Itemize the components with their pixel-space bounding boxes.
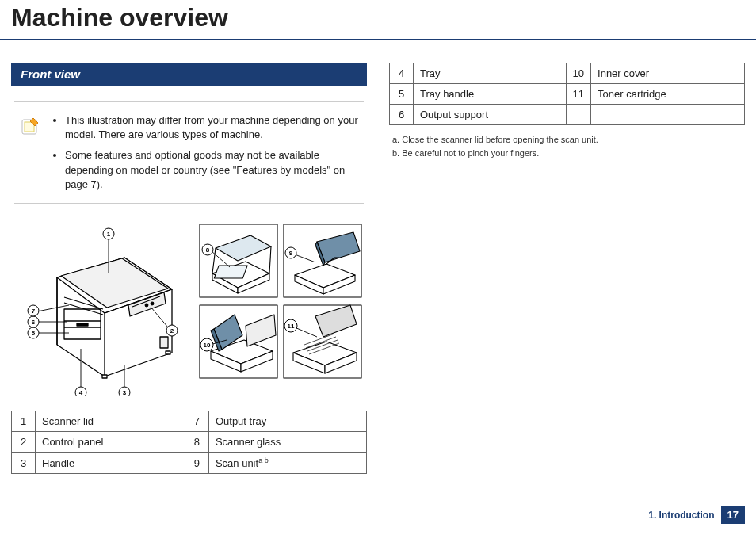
svg-text:8: 8	[206, 246, 210, 253]
footnote-b: b. Be careful not to pinch your fingers.	[392, 147, 745, 160]
svg-rect-20	[166, 351, 170, 354]
svg-text:5: 5	[32, 329, 36, 336]
svg-text:11: 11	[288, 322, 295, 329]
note-box: This illustration may differ from your m…	[14, 101, 364, 204]
svg-text:1: 1	[107, 230, 111, 237]
table-row: 3Handle 9 Scan unita b	[12, 452, 367, 473]
table-row: 2Control panel 8Scanner glass	[12, 431, 367, 452]
section-heading-front-view: Front view	[11, 63, 367, 86]
page-number: 17	[721, 506, 745, 524]
svg-rect-19	[102, 375, 107, 378]
svg-text:9: 9	[289, 249, 293, 256]
svg-point-10	[151, 302, 154, 305]
svg-text:2: 2	[170, 327, 174, 334]
footnote-a: a. Close the scanner lid before opening …	[392, 133, 745, 147]
illustration-printer-main: 1 2 3 4 5 6 7	[13, 218, 192, 396]
note-item: Some features and optional goods may not…	[65, 148, 364, 192]
illustration-group: 1 2 3 4 5 6 7	[11, 218, 367, 396]
note-item: This illustration may differ from your m…	[65, 113, 364, 142]
svg-point-11	[145, 304, 148, 307]
svg-text:4: 4	[79, 388, 83, 396]
parts-table-left: 1Scanner lid 7Output tray 2Control panel…	[11, 411, 367, 474]
svg-text:7: 7	[32, 307, 36, 314]
table-row: 5Tray handle 11Toner cartridge	[390, 84, 745, 105]
page-footer: 1. Introduction 17	[648, 506, 745, 524]
parts-table-right: 4Tray 10Inner cover 5Tray handle 11Toner…	[389, 63, 745, 125]
table-row: 1Scanner lid 7Output tray	[12, 411, 367, 431]
table-row: 4Tray 10Inner cover	[390, 63, 745, 84]
page-title: Machine overview	[0, 0, 756, 40]
svg-rect-52	[214, 266, 247, 278]
svg-text:10: 10	[204, 341, 211, 348]
svg-rect-15	[77, 323, 88, 326]
table-row: 6Output support	[390, 105, 745, 125]
footnotes: a. Close the scanner lid before opening …	[389, 133, 745, 159]
note-icon	[19, 115, 41, 141]
chapter-label: 1. Introduction	[648, 510, 714, 521]
svg-text:6: 6	[32, 318, 36, 325]
illustration-detail-grid: 8 9 10 11	[198, 218, 365, 384]
svg-text:3: 3	[123, 388, 127, 396]
svg-rect-18	[160, 337, 168, 348]
